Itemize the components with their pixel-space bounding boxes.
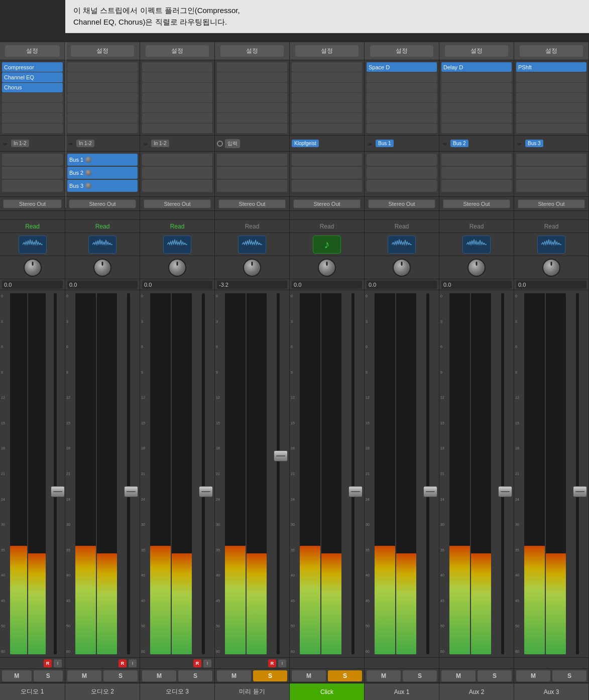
fader-handle[interactable] [51, 486, 65, 497]
fader-handle[interactable] [124, 486, 138, 497]
insert-slot-0[interactable]: PShft [516, 62, 586, 72]
pan-knob[interactable] [93, 259, 111, 277]
insert-slot-1[interactable] [217, 72, 287, 82]
insert-slot-1[interactable]: Channel EQ [2, 72, 63, 82]
send-slot-1[interactable]: Bus 2 [67, 167, 138, 179]
insert-slot-1[interactable] [367, 72, 437, 82]
output-button[interactable]: Stereo Out [293, 199, 360, 208]
wave-button[interactable] [19, 236, 47, 254]
read-button[interactable]: Read [469, 223, 484, 230]
output-button[interactable]: Stereo Out [218, 199, 285, 208]
record-button[interactable]: R [44, 659, 52, 667]
input-badge[interactable]: In 1-2 [11, 140, 29, 147]
insert-slot-6[interactable] [441, 124, 512, 133]
insert-slot-1[interactable] [292, 72, 362, 82]
wave-button[interactable] [388, 236, 416, 254]
insert-slot-4[interactable] [217, 103, 287, 112]
insert-slot-3[interactable] [142, 93, 212, 102]
insert-slot-6[interactable] [67, 124, 138, 133]
solo-button[interactable]: S [103, 670, 138, 681]
solo-button[interactable]: S [178, 670, 212, 681]
settings-button-ch7[interactable]: 설정 [445, 45, 508, 57]
fader-handle[interactable] [573, 486, 587, 497]
output-button[interactable]: Stereo Out [518, 199, 584, 208]
insert-slot-6[interactable] [142, 124, 212, 133]
insert-slot-4[interactable] [292, 103, 362, 112]
insert-slot-0[interactable] [292, 62, 362, 72]
insert-slot-2[interactable] [292, 83, 362, 92]
read-button[interactable]: Read [320, 223, 334, 230]
wave-button[interactable]: ♪ [313, 236, 341, 254]
pan-knob[interactable] [24, 259, 42, 277]
insert-slot-6[interactable] [516, 124, 586, 133]
insert-slot-1[interactable] [516, 72, 586, 82]
input-badge[interactable]: 입력 [225, 139, 240, 148]
pan-knob[interactable] [168, 259, 186, 277]
output-button[interactable]: Stereo Out [144, 199, 210, 208]
insert-slot-1[interactable] [67, 72, 138, 82]
read-button[interactable]: Read [395, 223, 409, 230]
record-button[interactable]: R [193, 659, 201, 667]
insert-slot-2[interactable] [142, 83, 212, 92]
insert-slot-0[interactable]: Delay D [441, 62, 512, 72]
insert-slot-2[interactable]: Chorus [2, 83, 63, 92]
read-button[interactable]: Read [245, 223, 260, 230]
insert-slot-2[interactable] [67, 83, 138, 92]
settings-button-ch2[interactable]: 설정 [71, 45, 134, 57]
send-knob-0[interactable] [85, 157, 91, 163]
solo-button[interactable]: S [328, 670, 362, 681]
settings-button-ch6[interactable]: 설정 [370, 45, 433, 57]
insert-slot-5[interactable] [2, 113, 63, 123]
solo-button[interactable]: S [403, 670, 437, 681]
pan-knob[interactable] [467, 259, 486, 277]
insert-slot-0[interactable] [67, 62, 138, 72]
fader-handle[interactable] [348, 486, 363, 497]
insert-slot-6[interactable] [2, 124, 63, 133]
fader-handle[interactable] [199, 486, 213, 497]
insert-slot-2[interactable] [441, 83, 512, 92]
insert-slot-5[interactable] [67, 113, 138, 123]
send-slot-0[interactable]: Bus 1 [67, 154, 138, 166]
send-slot-2[interactable]: Bus 3 [67, 180, 138, 192]
solo-button[interactable]: S [478, 670, 512, 681]
insert-slot-5[interactable] [217, 113, 287, 123]
mute-button[interactable]: M [217, 670, 251, 681]
insert-slot-0[interactable]: Space D [367, 62, 437, 72]
output-button[interactable]: Stereo Out [3, 199, 61, 208]
output-button[interactable]: Stereo Out [69, 199, 136, 208]
insert-slot-6[interactable] [292, 124, 362, 133]
solo-button[interactable]: S [34, 670, 63, 681]
pan-knob[interactable] [243, 259, 261, 277]
wave-button[interactable] [238, 236, 266, 254]
insert-slot-0[interactable] [217, 62, 287, 72]
insert-slot-6[interactable] [367, 124, 437, 133]
read-button[interactable]: Read [95, 223, 110, 230]
send-knob-2[interactable] [85, 183, 91, 189]
insert-slot-3[interactable] [292, 93, 362, 102]
mute-button[interactable]: M [142, 670, 176, 681]
insert-slot-2[interactable] [516, 83, 586, 92]
input-monitor-button[interactable]: I [54, 659, 62, 667]
input-monitor-button[interactable]: I [203, 659, 211, 667]
insert-slot-3[interactable] [2, 93, 63, 102]
solo-button[interactable]: S [552, 670, 586, 681]
insert-slot-4[interactable] [441, 103, 512, 112]
settings-button-ch1[interactable]: 설정 [5, 45, 60, 57]
input-monitor-button[interactable]: I [129, 659, 137, 667]
read-button[interactable]: Read [25, 223, 40, 230]
record-button[interactable]: R [268, 659, 276, 667]
insert-slot-5[interactable] [292, 113, 362, 123]
wave-button[interactable] [88, 236, 116, 254]
insert-slot-4[interactable] [367, 103, 437, 112]
input-badge[interactable]: In 1-2 [76, 140, 94, 147]
input-badge[interactable]: Bus 2 [450, 140, 468, 147]
fader-handle[interactable] [423, 486, 437, 497]
input-badge[interactable]: Bus 1 [376, 140, 394, 147]
settings-button-ch4[interactable]: 설정 [220, 45, 284, 57]
insert-slot-3[interactable] [441, 93, 512, 102]
settings-button-ch5[interactable]: 설정 [295, 45, 359, 57]
pan-knob[interactable] [542, 259, 560, 277]
insert-slot-4[interactable] [2, 103, 63, 112]
insert-slot-1[interactable] [441, 72, 512, 82]
insert-slot-0[interactable]: Compressor [2, 62, 63, 72]
